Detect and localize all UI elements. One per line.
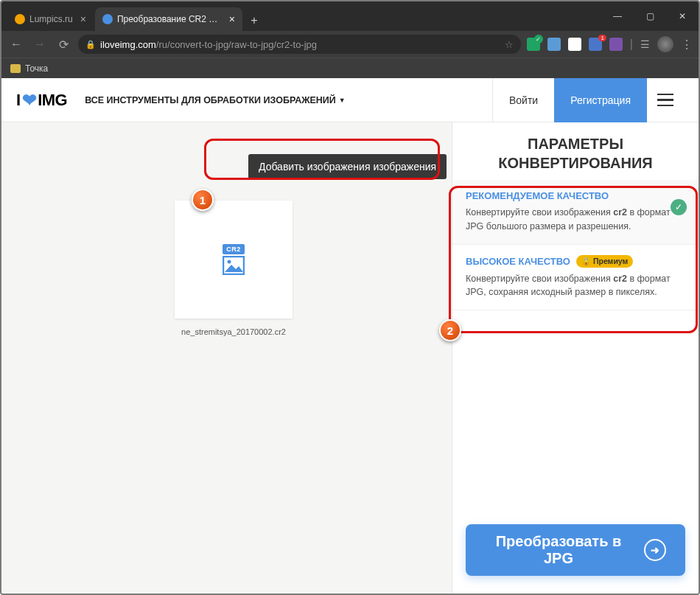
bookmark-item[interactable]: Точка <box>25 63 48 74</box>
signup-label: Регистрация <box>570 94 631 106</box>
profile-avatar[interactable] <box>657 36 673 52</box>
minimize-button[interactable]: — <box>601 1 634 31</box>
folder-icon <box>10 64 21 73</box>
logo-text-pre: I <box>16 91 21 110</box>
main-layout: Добавить изображения изображения + 1 CR2… <box>1 122 699 595</box>
signup-button[interactable]: Регистрация <box>554 78 647 122</box>
tooltip-text: Добавить изображения изображения <box>259 161 436 173</box>
desc-text: Конвертируйте свои изображения <box>466 274 613 284</box>
add-images-wrap: Добавить изображения изображения + 1 <box>248 152 486 181</box>
convert-label: Преобразовать в JPG <box>485 533 632 567</box>
desc-text: Конвертируйте свои изображения <box>466 207 613 218</box>
svg-point-1 <box>228 260 231 264</box>
window-controls: — ▢ ✕ <box>601 1 699 31</box>
browser-titlebar: Lumpics.ru × Преобразование CR2 изображ.… <box>1 1 699 31</box>
login-label: Войти <box>509 94 538 106</box>
file-card[interactable]: CR2 ne_stremitsya_20170002.cr2 <box>175 201 293 319</box>
logo[interactable]: I ❤ IMG <box>16 90 67 111</box>
extension-icon[interactable] <box>547 38 561 51</box>
url-domain: iloveimg.com <box>100 39 156 50</box>
option-title-text: ВЫСОКОЕ КАЧЕСТВО <box>466 256 570 267</box>
file-thumbnail: CR2 <box>223 244 245 275</box>
check-icon: ✓ <box>671 199 687 215</box>
extension-icons: ✓ 1 | ☰ ⋮ <box>527 36 693 52</box>
add-tooltip: Добавить изображения изображения <box>248 154 447 179</box>
desc-bold: cr2 <box>613 274 627 284</box>
heart-icon: ❤ <box>22 90 37 111</box>
extension-icon[interactable] <box>609 38 623 51</box>
tab-title: Преобразование CR2 изображ... <box>117 14 222 24</box>
desc-bold: cr2 <box>613 207 627 218</box>
tools-dropdown[interactable]: ВСЕ ИНСТРУМЕНТЫ ДЛЯ ОБРАБОТКИ ИЗОБРАЖЕНИ… <box>85 95 346 105</box>
divider: | <box>630 38 633 51</box>
reading-list-icon[interactable]: ☰ <box>640 38 650 50</box>
tab-favicon <box>102 14 113 24</box>
title-line: КОНВЕРТИРОВАНИЯ <box>498 155 652 171</box>
browser-tab-inactive[interactable]: Lumpics.ru × <box>7 7 94 31</box>
back-button[interactable]: ← <box>7 35 25 53</box>
premium-badge: 🔒 Премиум <box>576 255 633 268</box>
site-header: I ❤ IMG ВСЕ ИНСТРУМЕНТЫ ДЛЯ ОБРАБОТКИ ИЗ… <box>1 78 699 122</box>
option-desc: Конвертируйте свои изображения cr2 в фор… <box>466 206 685 234</box>
address-bar: ← → ⟳ 🔒 iloveimg.com/ru/convert-to-jpg/r… <box>1 31 699 58</box>
chevron-down-icon: ▼ <box>339 97 346 104</box>
close-icon[interactable]: × <box>80 13 86 25</box>
image-icon <box>223 256 245 275</box>
login-button[interactable]: Войти <box>492 78 554 122</box>
extension-icon[interactable]: 1 <box>589 38 602 51</box>
logo-text-post: IMG <box>38 91 67 110</box>
arrow-right-icon: ➜ <box>644 539 666 561</box>
option-title: ВЫСОКОЕ КАЧЕСТВО 🔒 Премиум <box>466 255 685 268</box>
sidebar: ПАРАМЕТРЫ КОНВЕРТИРОВАНИЯ РЕКОМЕНДУЕМОЕ … <box>452 122 699 595</box>
extension-icon[interactable]: ✓ <box>527 38 540 51</box>
tools-label: ВСЕ ИНСТРУМЕНТЫ ДЛЯ ОБРАБОТКИ ИЗОБРАЖЕНИ… <box>85 95 336 105</box>
close-button[interactable]: ✕ <box>666 1 699 31</box>
star-icon[interactable]: ☆ <box>505 39 514 50</box>
menu-button[interactable] <box>647 78 684 122</box>
sidebar-title: ПАРАМЕТРЫ КОНВЕРТИРОВАНИЯ <box>452 122 699 180</box>
reload-button[interactable]: ⟳ <box>55 35 72 53</box>
file-name: ne_stremitsya_20170002.cr2 <box>181 327 286 336</box>
canvas-area: Добавить изображения изображения + 1 CR2… <box>1 122 452 595</box>
menu-icon[interactable]: ⋮ <box>681 38 693 52</box>
file-type-badge: CR2 <box>223 244 245 254</box>
tab-title: Lumpics.ru <box>29 14 73 24</box>
bookmark-bar: Точка <box>1 58 699 78</box>
option-desc: Конвертируйте свои изображения cr2 в фор… <box>466 272 685 300</box>
browser-tab-active[interactable]: Преобразование CR2 изображ... × <box>95 7 242 31</box>
option-recommended-quality[interactable]: РЕКОМЕНДУЕМОЕ КАЧЕСТВО Конвертируйте сво… <box>452 180 699 245</box>
convert-button[interactable]: Преобразовать в JPG ➜ <box>466 524 685 576</box>
forward-button[interactable]: → <box>31 35 49 53</box>
tab-favicon <box>15 14 25 24</box>
extension-icon[interactable] <box>568 38 581 51</box>
option-title: РЕКОМЕНДУЕМОЕ КАЧЕСТВО <box>466 190 685 201</box>
url-field[interactable]: 🔒 iloveimg.com/ru/convert-to-jpg/raw-to-… <box>78 35 521 54</box>
lock-icon: 🔒 <box>581 257 591 266</box>
url-path: /ru/convert-to-jpg/raw-to-jpg/cr2-to-jpg <box>156 39 317 50</box>
premium-text: Премиум <box>593 257 628 265</box>
new-tab-button[interactable]: + <box>244 10 265 31</box>
lock-icon: 🔒 <box>85 40 96 49</box>
close-icon[interactable]: × <box>229 13 235 25</box>
maximize-button[interactable]: ▢ <box>634 1 666 31</box>
title-line: ПАРАМЕТРЫ <box>528 136 623 152</box>
option-high-quality[interactable]: ВЫСОКОЕ КАЧЕСТВО 🔒 Премиум Конвертируйте… <box>452 245 699 311</box>
